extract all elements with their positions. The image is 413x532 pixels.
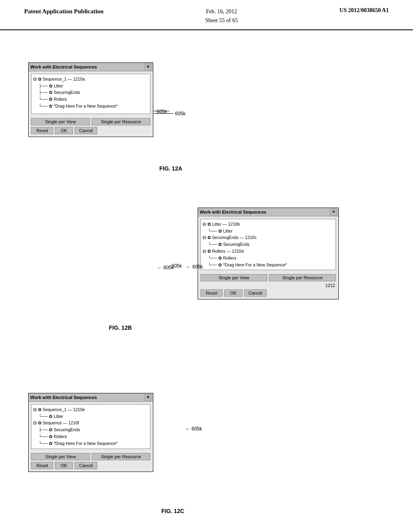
dialog-12c-title: Work with Electrical Sequences (30, 395, 97, 400)
dialog-right-ok-btn[interactable]: OK (224, 289, 242, 297)
dialog-right-body: ⊟ ✿ Litter — 1210b └── ✿ Litter ⊟ ✿ Secu… (200, 219, 336, 270)
page-header: Patent Application Publication Feb. 16, … (0, 0, 413, 30)
dialog-12c-footer: Single per View Single per Resource Rese… (29, 451, 153, 472)
dialog-12a-reset-btn[interactable]: Reset (31, 127, 53, 134)
dialog-12c: Work with Electrical Sequences ✕ ⊟ ✿ Seq… (28, 393, 153, 472)
dialog-12a-cancel-btn[interactable]: Cancel (75, 127, 97, 134)
ref-605k-right-text: 605k (192, 264, 203, 270)
ref-605k-1-group: 605k (153, 111, 186, 116)
ref-1212-label: 1212 (201, 283, 335, 288)
tree-right-row4: └── ✿ SecuringEnds (202, 241, 334, 248)
tree-12c-row1: ⊟ ✿ Sequence_1 — 1210e (33, 406, 148, 413)
ref-605k-2-arrow: ← 605k (157, 265, 174, 271)
dialog-12a-single-view-btn[interactable]: Single per View (31, 118, 90, 125)
dialog-12c-body: ⊟ ✿ Sequence_1 — 1210e └── ✿ Litter ⊟ ✿ … (31, 404, 150, 449)
tree-12a-row1: ⊟ ✿ Sequence_1 — 1210a (33, 76, 148, 83)
ref-605k-bottom-group: ← 605k (186, 426, 202, 432)
dialog-12a-footer: Single per View Single per Resource Rese… (29, 116, 153, 137)
dialog-12c-close[interactable]: ✕ (145, 394, 151, 401)
dialog-12c-titlebar: Work with Electrical Sequences ✕ (29, 393, 153, 402)
dialog-12a-close[interactable]: ✕ (145, 64, 151, 70)
dialog-12c-reset-btn[interactable]: Reset (31, 462, 53, 469)
publication-title: Patent Application Publication (24, 7, 104, 16)
patent-number: US 2012/0038650 A1 (340, 7, 389, 14)
dialog-12c-btn-row1: Single per View Single per Resource (31, 453, 150, 460)
tree-12c-row2: └── ✿ Litter (33, 413, 148, 420)
dialog-12c-single-view-btn[interactable]: Single per View (31, 453, 90, 460)
tree-12a: ⊟ ✿ Sequence_1 — 1210a ├── ✿ Litter ├── … (33, 76, 148, 110)
dialog-right-cancel-btn[interactable]: Cancel (244, 289, 267, 297)
tree-12a-row5: └── ✿ *Drag Here For a New Sequence* (33, 103, 148, 110)
dialog-12a-btn-row1: Single per View Single per Resource (31, 118, 150, 125)
sheet-info: Sheet 55 of 65 (205, 16, 238, 25)
dialog-12a-title: Work with Electrical Sequences (30, 64, 97, 69)
fig-12b-label: FIG. 12B (109, 324, 132, 331)
dialog-right: Work with Electrical Sequences ✕ ⊟ ✿ Lit… (198, 208, 339, 300)
tree-12c: ⊟ ✿ Sequence_1 — 1210e └── ✿ Litter ⊟ ✿ … (33, 406, 148, 447)
fig-12a-label: FIG. 12A (159, 165, 182, 172)
dialog-12a: Work with Electrical Sequences ✕ ⊟ ✿ Seq… (28, 62, 153, 137)
tree-12c-row6: └── ✿ *Drag Here For a New Sequence* (33, 440, 148, 447)
dialog-12c-single-resource-btn[interactable]: Single per Resource (92, 453, 150, 460)
main-content: Work with Electrical Sequences ✕ ⊟ ✿ Seq… (0, 30, 413, 532)
ref-605k-bottom-text: 605k (192, 426, 202, 432)
ref-605k-1-text: 605k (175, 111, 186, 116)
dialog-12a-ok-btn[interactable]: OK (55, 127, 73, 134)
tree-right-row5: ⊟ ✿ Rollers — 1210d (202, 248, 334, 255)
tree-right: ⊟ ✿ Litter — 1210b └── ✿ Litter ⊟ ✿ Secu… (202, 221, 334, 268)
tree-right-row1: ⊟ ✿ Litter — 1210b (202, 221, 334, 228)
fig-12c-label: FIG. 12C (161, 508, 184, 514)
publication-date: Feb. 16, 2012 (205, 7, 238, 16)
dialog-12c-cancel-btn[interactable]: Cancel (75, 462, 97, 469)
ref-1212-text: 1212 (325, 283, 335, 288)
dialog-12a-titlebar: Work with Electrical Sequences ✕ (29, 63, 153, 71)
dialog-12c-btn-row2: Reset OK Cancel (31, 462, 150, 469)
tree-12c-row3: ⊟ ✿ Sequence — 1210f (33, 420, 148, 426)
tree-right-row6: └── ✿ Rollers (202, 255, 334, 262)
dialog-12a-single-resource-btn[interactable]: Single per Resource (92, 118, 150, 125)
dialog-right-reset-btn[interactable]: Reset (200, 289, 223, 297)
tree-right-row2: └── ✿ Litter (202, 228, 334, 235)
dialog-12a-body: ⊟ ✿ Sequence_1 — 1210a ├── ✿ Litter ├── … (31, 74, 150, 114)
dialog-12a-btn-row2: Reset OK Cancel (31, 127, 150, 134)
dialog-right-single-view-btn[interactable]: Single per View (200, 274, 267, 281)
tree-12c-row5: └── ✿ Rollers (33, 433, 148, 440)
dialog-right-close[interactable]: ✕ (330, 209, 337, 215)
publication-title-text: Patent Application Publication (24, 8, 104, 15)
dialog-right-footer: Single per View Single per Resource 1212… (198, 272, 338, 299)
tree-right-row3: ⊟ ✿ SecuringEnds — 1210c (202, 234, 334, 241)
dialog-right-single-resource-btn[interactable]: Single per Resource (269, 274, 336, 281)
dialog-right-title: Work with Electrical Sequences (200, 210, 266, 214)
ref-605k-right-group: ← 605k (186, 264, 203, 270)
tree-12c-row4: ├── ✿ SecuringEnds (33, 426, 148, 433)
tree-12a-row3: ├── ✿ SecuringEnds (33, 89, 148, 96)
dialog-right-titlebar: Work with Electrical Sequences ✕ (198, 208, 338, 216)
dialog-right-btn-row1: Single per View Single per Resource (200, 274, 336, 281)
dialog-right-btn-row2: Reset OK Cancel (200, 289, 336, 297)
dialog-12c-ok-btn[interactable]: OK (55, 462, 73, 469)
header-center: Feb. 16, 2012 Sheet 55 of 65 (205, 7, 238, 25)
tree-right-row7: └── ✿ *Drag Here For a New Sequence* (202, 262, 334, 268)
tree-12a-row2: ├── ✿ Litter (33, 83, 148, 89)
tree-12a-row4: └── ✿ Rollers (33, 96, 148, 103)
